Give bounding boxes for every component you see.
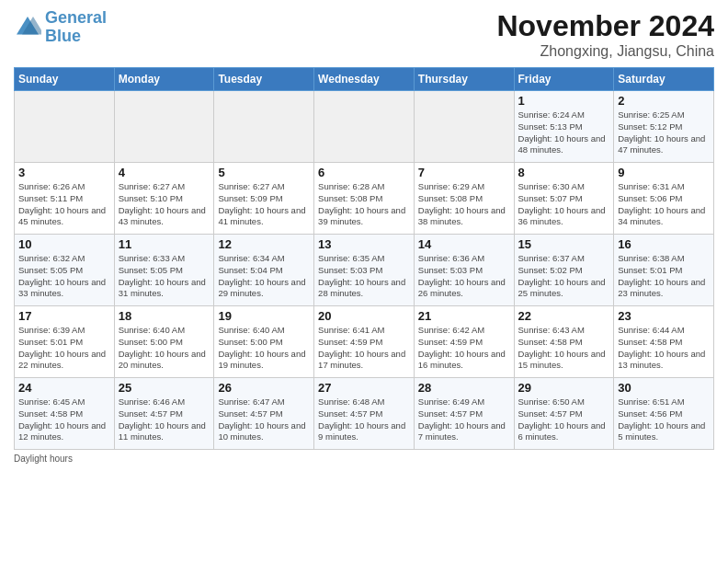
day-info: Sunrise: 6:40 AM Sunset: 5:00 PM Dayligh… (218, 325, 310, 372)
day-number: 13 (318, 237, 410, 251)
day-info: Sunrise: 6:38 AM Sunset: 5:01 PM Dayligh… (618, 253, 710, 300)
calendar-cell: 15Sunrise: 6:37 AM Sunset: 5:02 PM Dayli… (514, 235, 614, 306)
calendar-cell: 20Sunrise: 6:41 AM Sunset: 4:59 PM Dayli… (314, 306, 415, 378)
logo-text: General Blue (45, 9, 107, 46)
day-number: 1 (518, 94, 610, 108)
day-info: Sunrise: 6:34 AM Sunset: 5:04 PM Dayligh… (218, 253, 310, 300)
day-number: 22 (518, 309, 610, 323)
day-info: Sunrise: 6:29 AM Sunset: 5:08 PM Dayligh… (418, 181, 510, 228)
day-number: 8 (518, 166, 610, 179)
calendar-cell: 9Sunrise: 6:31 AM Sunset: 5:06 PM Daylig… (614, 163, 714, 235)
logo: General Blue (14, 9, 107, 46)
day-number: 16 (618, 237, 710, 251)
calendar-cell: 1Sunrise: 6:24 AM Sunset: 5:13 PM Daylig… (514, 91, 614, 163)
calendar-cell: 27Sunrise: 6:48 AM Sunset: 4:57 PM Dayli… (314, 378, 415, 450)
day-info: Sunrise: 6:33 AM Sunset: 5:05 PM Dayligh… (119, 253, 210, 300)
calendar-cell: 4Sunrise: 6:27 AM Sunset: 5:10 PM Daylig… (114, 163, 214, 235)
day-info: Sunrise: 6:47 AM Sunset: 4:57 PM Dayligh… (218, 396, 310, 443)
calendar-cell: 11Sunrise: 6:33 AM Sunset: 5:05 PM Dayli… (114, 235, 214, 306)
day-number: 9 (618, 166, 710, 179)
col-header-wednesday: Wednesday (314, 68, 415, 91)
day-number: 28 (418, 381, 510, 395)
day-number: 27 (318, 381, 410, 395)
day-number: 18 (119, 309, 210, 323)
col-header-monday: Monday (114, 68, 214, 91)
location: Zhongxing, Jiangsu, China (496, 43, 714, 60)
day-number: 21 (418, 309, 510, 323)
week-row-0: 1Sunrise: 6:24 AM Sunset: 5:13 PM Daylig… (15, 91, 714, 163)
calendar-cell (414, 91, 514, 163)
calendar-cell (15, 91, 115, 163)
calendar-cell: 24Sunrise: 6:45 AM Sunset: 4:58 PM Dayli… (15, 378, 115, 450)
calendar-cell: 8Sunrise: 6:30 AM Sunset: 5:07 PM Daylig… (514, 163, 614, 235)
calendar-cell (314, 91, 415, 163)
day-info: Sunrise: 6:46 AM Sunset: 4:57 PM Dayligh… (119, 396, 210, 443)
header: General Blue November 2024 Zhongxing, Ji… (14, 9, 714, 60)
week-row-2: 10Sunrise: 6:32 AM Sunset: 5:05 PM Dayli… (15, 235, 714, 306)
calendar-cell: 25Sunrise: 6:46 AM Sunset: 4:57 PM Dayli… (114, 378, 214, 450)
col-header-sunday: Sunday (15, 68, 115, 91)
calendar-cell: 2Sunrise: 6:25 AM Sunset: 5:12 PM Daylig… (614, 91, 714, 163)
day-info: Sunrise: 6:35 AM Sunset: 5:03 PM Dayligh… (318, 253, 410, 300)
day-info: Sunrise: 6:31 AM Sunset: 5:06 PM Dayligh… (618, 181, 710, 228)
calendar-cell: 23Sunrise: 6:44 AM Sunset: 4:58 PM Dayli… (614, 306, 714, 378)
day-number: 12 (218, 237, 310, 251)
day-number: 4 (119, 166, 210, 179)
calendar-table: SundayMondayTuesdayWednesdayThursdayFrid… (14, 67, 714, 450)
calendar-cell: 12Sunrise: 6:34 AM Sunset: 5:04 PM Dayli… (214, 235, 314, 306)
day-number: 29 (518, 381, 610, 395)
day-info: Sunrise: 6:41 AM Sunset: 4:59 PM Dayligh… (318, 325, 410, 372)
calendar-cell: 29Sunrise: 6:50 AM Sunset: 4:57 PM Dayli… (514, 378, 614, 450)
day-number: 5 (218, 166, 310, 179)
day-number: 7 (418, 166, 510, 179)
day-info: Sunrise: 6:45 AM Sunset: 4:58 PM Dayligh… (18, 396, 110, 443)
day-info: Sunrise: 6:25 AM Sunset: 5:12 PM Dayligh… (618, 109, 710, 156)
calendar-cell: 7Sunrise: 6:29 AM Sunset: 5:08 PM Daylig… (414, 163, 514, 235)
day-info: Sunrise: 6:39 AM Sunset: 5:01 PM Dayligh… (18, 325, 110, 372)
month-title: November 2024 (496, 9, 714, 43)
day-number: 30 (618, 381, 710, 395)
day-info: Sunrise: 6:43 AM Sunset: 4:58 PM Dayligh… (518, 325, 610, 372)
day-number: 14 (418, 237, 510, 251)
day-info: Sunrise: 6:49 AM Sunset: 4:57 PM Dayligh… (418, 396, 510, 443)
day-number: 15 (518, 237, 610, 251)
calendar-cell (214, 91, 314, 163)
calendar-cell: 26Sunrise: 6:47 AM Sunset: 4:57 PM Dayli… (214, 378, 314, 450)
calendar-cell (114, 91, 214, 163)
calendar-cell: 3Sunrise: 6:26 AM Sunset: 5:11 PM Daylig… (15, 163, 115, 235)
day-number: 6 (318, 166, 410, 179)
day-number: 3 (18, 166, 110, 179)
day-number: 20 (318, 309, 410, 323)
calendar-cell: 13Sunrise: 6:35 AM Sunset: 5:03 PM Dayli… (314, 235, 415, 306)
calendar-cell: 10Sunrise: 6:32 AM Sunset: 5:05 PM Dayli… (15, 235, 115, 306)
day-number: 17 (18, 309, 110, 323)
col-header-thursday: Thursday (414, 68, 514, 91)
day-info: Sunrise: 6:28 AM Sunset: 5:08 PM Dayligh… (318, 181, 410, 228)
day-info: Sunrise: 6:27 AM Sunset: 5:10 PM Dayligh… (119, 181, 210, 228)
day-info: Sunrise: 6:48 AM Sunset: 4:57 PM Dayligh… (318, 396, 410, 443)
header-row: SundayMondayTuesdayWednesdayThursdayFrid… (15, 68, 714, 91)
calendar-cell: 19Sunrise: 6:40 AM Sunset: 5:00 PM Dayli… (214, 306, 314, 378)
week-row-1: 3Sunrise: 6:26 AM Sunset: 5:11 PM Daylig… (15, 163, 714, 235)
calendar-cell: 16Sunrise: 6:38 AM Sunset: 5:01 PM Dayli… (614, 235, 714, 306)
calendar-cell: 18Sunrise: 6:40 AM Sunset: 5:00 PM Dayli… (114, 306, 214, 378)
calendar-cell: 21Sunrise: 6:42 AM Sunset: 4:59 PM Dayli… (414, 306, 514, 378)
day-info: Sunrise: 6:42 AM Sunset: 4:59 PM Dayligh… (418, 325, 510, 372)
day-number: 10 (18, 237, 110, 251)
day-number: 25 (119, 381, 210, 395)
day-number: 26 (218, 381, 310, 395)
day-info: Sunrise: 6:40 AM Sunset: 5:00 PM Dayligh… (119, 325, 210, 372)
day-number: 11 (119, 237, 210, 251)
calendar-cell: 30Sunrise: 6:51 AM Sunset: 4:56 PM Dayli… (614, 378, 714, 450)
calendar-cell: 22Sunrise: 6:43 AM Sunset: 4:58 PM Dayli… (514, 306, 614, 378)
page-container: General Blue November 2024 Zhongxing, Ji… (0, 0, 728, 473)
day-info: Sunrise: 6:36 AM Sunset: 5:03 PM Dayligh… (418, 253, 510, 300)
day-info: Sunrise: 6:30 AM Sunset: 5:07 PM Dayligh… (518, 181, 610, 228)
day-number: 19 (218, 309, 310, 323)
daylight-label: Daylight hours (14, 454, 73, 464)
col-header-friday: Friday (514, 68, 614, 91)
week-row-3: 17Sunrise: 6:39 AM Sunset: 5:01 PM Dayli… (15, 306, 714, 378)
day-number: 2 (618, 94, 710, 108)
day-info: Sunrise: 6:51 AM Sunset: 4:56 PM Dayligh… (618, 396, 710, 443)
calendar-cell: 28Sunrise: 6:49 AM Sunset: 4:57 PM Dayli… (414, 378, 514, 450)
